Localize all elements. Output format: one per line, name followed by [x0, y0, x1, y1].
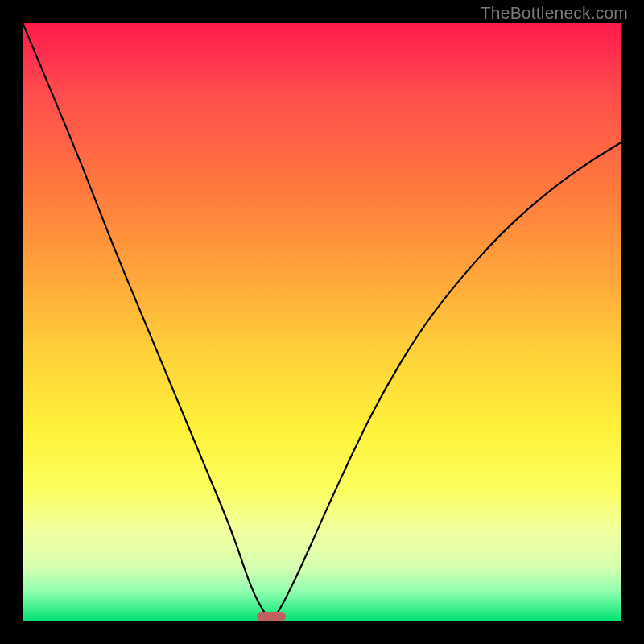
bottleneck-curve: [23, 23, 621, 621]
optimum-marker: [257, 612, 286, 621]
watermark-text: TheBottleneck.com: [481, 3, 628, 23]
plot-area: [23, 23, 621, 621]
chart-frame: TheBottleneck.com: [0, 0, 644, 644]
